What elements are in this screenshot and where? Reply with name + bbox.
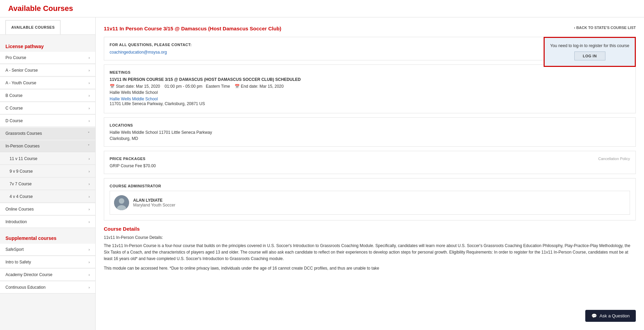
cancellation-policy-link[interactable]: Cancellation Policy — [598, 157, 630, 161]
academy-director-label: Academy Director Course — [5, 272, 52, 277]
sidebar-item-c-course[interactable]: C Course › — [0, 102, 95, 114]
course-details-body: The 11v11 In-Person Course is a four-hou… — [104, 243, 636, 262]
supplemental-course-list: SafeSport › Intro to Safety › Academy Di… — [0, 244, 95, 293]
in-person-label: In-Person Courses — [5, 144, 40, 148]
location-name: Hallie Wells Middle School 11701 Little … — [110, 130, 630, 135]
11v11-label: 11 v 11 Course — [10, 156, 37, 161]
safesport-label: SafeSport — [5, 247, 24, 252]
sidebar-item-grassroots-courses[interactable]: Grassroots Courses ˅ — [0, 128, 95, 140]
time-range: 01:00 pm - 05:00 pm — [165, 84, 202, 89]
sidebar-item-introduction[interactable]: Introduction › — [0, 216, 95, 228]
11v11-chevron: › — [88, 157, 90, 161]
continuous-ed-chevron: › — [88, 285, 90, 289]
sidebar-item-7v7-course[interactable]: 7v 7 Course › — [0, 178, 95, 190]
sidebar-inner: License pathway Pro Course › A - Senior … — [0, 35, 95, 300]
c-course-label: C Course — [5, 106, 23, 111]
intro-safety-label: Intro to Safety — [5, 260, 31, 264]
tab-bar: AVAILABLE COURSES — [0, 17, 95, 35]
price-item: GRIP Course Fee $70.00 — [110, 163, 630, 168]
meetings-section-title: MEETINGS — [110, 70, 630, 74]
course-title-text: 11v11 In Person Course 3/15 @ Damascus (… — [104, 26, 281, 31]
introduction-chevron: › — [88, 220, 90, 224]
contact-email-link[interactable]: coachingeducation@msysa.org — [110, 50, 167, 55]
main-container: AVAILABLE COURSES License pathway Pro Co… — [0, 17, 644, 330]
page-header: Available Courses — [0, 0, 644, 17]
course-details: Course Details 11v11 In-Person Course De… — [104, 226, 636, 272]
start-date: Start date: Mar 15, 2020 — [116, 84, 160, 89]
c-course-chevron: › — [88, 106, 90, 110]
price-section-title: PRICE PACKAGES — [110, 157, 145, 161]
sidebar-item-online-courses[interactable]: Online Courses › — [0, 203, 95, 215]
sidebar-item-intro-to-safety[interactable]: Intro to Safety › — [0, 256, 95, 268]
meeting-title: 11V11 IN PERSON COURSE 3/15 @ DAMASCUS (… — [110, 77, 630, 82]
chat-icon: 💬 — [591, 313, 597, 318]
grassroots-chevron: ˅ — [88, 131, 90, 136]
sidebar-item-safesport[interactable]: SafeSport › — [0, 244, 95, 256]
price-section: PRICE PACKAGES Cancellation Policy GRIP … — [104, 151, 636, 174]
venue-link[interactable]: Hallie Wells Middle School — [110, 97, 158, 101]
sidebar-item-academy-director[interactable]: Academy Director Course › — [0, 269, 95, 281]
meeting-dates: 📅 Start date: Mar 15, 2020 01:00 pm - 05… — [110, 84, 630, 89]
timezone: Eastern Time — [206, 84, 230, 89]
sidebar-item-continuous-education[interactable]: Continuous Education › — [0, 282, 95, 293]
meetings-section: MEETINGS 11V11 IN PERSON COURSE 3/15 @ D… — [104, 64, 636, 113]
pro-course-label: Pro Course — [5, 55, 26, 60]
sidebar-item-senior-course[interactable]: A - Senior Course › — [0, 64, 95, 76]
7v7-chevron: › — [88, 182, 90, 186]
admin-section-title: COURSE ADMINISTRATOR — [110, 184, 630, 188]
end-date: End date: Mar 15, 2020 — [241, 84, 283, 89]
locations-title: LOCATIONS — [110, 123, 630, 127]
d-course-label: D Course — [5, 118, 23, 123]
license-course-list: Pro Course › A - Senior Course › A - You… — [0, 52, 95, 228]
login-prompt-text: You need to log-in to register for this … — [550, 43, 629, 48]
senior-course-label: A - Senior Course — [5, 68, 38, 73]
login-button[interactable]: LOG IN — [574, 52, 605, 60]
online-label: Online Courses — [5, 207, 34, 212]
7v7-label: 7v 7 Course — [10, 182, 32, 186]
online-chevron: › — [88, 207, 90, 211]
license-section-title: License pathway — [0, 40, 95, 52]
content-area: 11v11 In Person Course 3/15 @ Damascus (… — [96, 17, 644, 330]
admin-box: ALAN LYDIATE Maryland Youth Soccer — [110, 191, 630, 215]
sidebar-item-pro-course[interactable]: Pro Course › — [0, 52, 95, 64]
supplemental-section-title: Supplemental courses — [0, 232, 95, 244]
continuous-ed-label: Continuous Education — [5, 285, 45, 290]
admin-org: Maryland Youth Soccer — [133, 203, 175, 207]
b-course-label: B Course — [5, 93, 23, 98]
sidebar-item-4v4-course[interactable]: 4 v 4 Course › — [0, 191, 95, 203]
pro-course-chevron: › — [88, 56, 90, 60]
safesport-chevron: › — [88, 247, 90, 252]
page-title: Available Courses — [8, 4, 636, 13]
4v4-chevron: › — [88, 195, 90, 199]
svg-point-1 — [119, 198, 124, 204]
sidebar-item-youth-course[interactable]: A - Youth Course › — [0, 77, 95, 89]
locations-section: LOCATIONS Hallie Wells Middle School 117… — [104, 117, 636, 147]
b-course-chevron: › — [88, 94, 90, 98]
admin-avatar — [114, 195, 129, 210]
venue-address: 11701 Little Seneca Parkway, Clarksburg,… — [110, 101, 630, 106]
location-city: Clarksburg, MD — [110, 136, 630, 141]
senior-course-chevron: › — [88, 68, 90, 72]
sidebar-item-11v11-course[interactable]: 11 v 11 Course › — [0, 153, 95, 165]
login-box: You need to log-in to register for this … — [544, 37, 636, 67]
ask-question-button[interactable]: 💬 Ask a Question — [585, 310, 636, 322]
available-courses-tab[interactable]: AVAILABLE COURSES — [5, 20, 60, 34]
sidebar-item-b-course[interactable]: B Course › — [0, 90, 95, 102]
ask-question-label: Ask a Question — [600, 313, 630, 318]
back-to-list-link[interactable]: ‹ BACK TO STATE'S COURSE LIST — [574, 26, 636, 30]
end-cal-icon: 📅 — [235, 84, 240, 89]
sidebar-item-in-person-courses[interactable]: In-Person Courses ˅ — [0, 140, 95, 152]
course-title-row: 11v11 In Person Course 3/15 @ Damascus (… — [104, 26, 636, 31]
9v9-label: 9 v 9 Course — [10, 169, 33, 174]
admin-section: COURSE ADMINISTRATOR ALAN LYDIATE Maryla… — [104, 178, 636, 220]
sidebar-item-d-course[interactable]: D Course › — [0, 115, 95, 127]
youth-course-label: A - Youth Course — [5, 81, 36, 85]
venue-link-row: Hallie Wells Middle School — [110, 96, 630, 101]
in-person-chevron: ˅ — [88, 144, 90, 148]
course-details-body2: This module can be accessed here. *Due t… — [104, 265, 636, 272]
grassroots-label: Grassroots Courses — [5, 131, 42, 136]
start-cal-icon: 📅 — [110, 84, 115, 89]
price-row: PRICE PACKAGES Cancellation Policy — [110, 157, 630, 163]
sidebar-item-9v9-course[interactable]: 9 v 9 Course › — [0, 166, 95, 177]
course-details-title: Course Details — [104, 226, 636, 232]
